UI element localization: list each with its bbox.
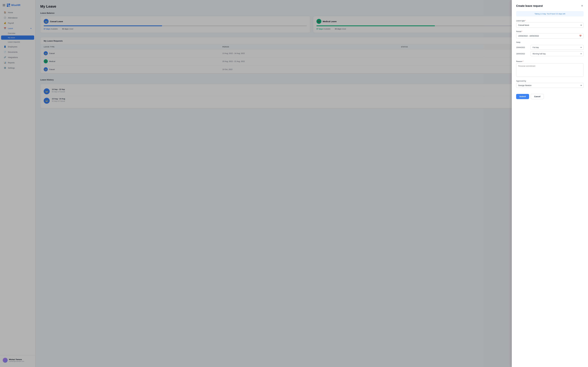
reason-label: Reason * bbox=[516, 60, 584, 62]
reason-textarea[interactable] bbox=[516, 63, 584, 77]
away-type-value-0: Full day bbox=[533, 46, 539, 48]
cancel-button[interactable]: Cancel bbox=[531, 94, 544, 99]
away-row-1: 16/04/2022 Morning half day ▾ bbox=[516, 51, 584, 56]
leave-type-label: Leave type * bbox=[516, 20, 584, 22]
away-row-0: 15/04/2022 Full day ▾ bbox=[516, 45, 584, 50]
approved-by-select[interactable]: George Newton ▾ bbox=[516, 83, 584, 88]
chevron-down-icon-approved: ▾ bbox=[581, 84, 582, 86]
period-input[interactable]: 15/04/2022 - 16/04/2022 📅 bbox=[516, 33, 584, 38]
away-date-0: 15/04/2022 bbox=[516, 46, 528, 48]
info-banner: Taking 1.5 day. You'll have 5.5 days lef… bbox=[516, 11, 584, 17]
approved-by-value: George Newton bbox=[518, 84, 532, 86]
away-type-select-0[interactable]: Full day ▾ bbox=[531, 45, 584, 50]
leave-type-group: Leave type * Casual leave ▾ bbox=[516, 20, 584, 28]
away-type-select-1[interactable]: Morning half day ▾ bbox=[531, 51, 584, 56]
leave-type-select[interactable]: Casual leave ▾ bbox=[516, 23, 584, 28]
away-title: Away bbox=[516, 41, 584, 43]
period-value: 15/04/2022 - 16/04/2022 bbox=[518, 35, 539, 37]
drawer-footer: Submit Cancel bbox=[516, 94, 584, 99]
required-star-reason: * bbox=[523, 60, 523, 62]
modal-overlay[interactable] bbox=[0, 0, 588, 367]
approved-by-label: Approved by bbox=[516, 80, 584, 82]
chevron-down-icon: ▾ bbox=[581, 24, 582, 26]
submit-button[interactable]: Submit bbox=[516, 94, 529, 99]
close-button[interactable]: ✕ bbox=[580, 4, 584, 8]
period-group: Period * 15/04/2022 - 16/04/2022 📅 bbox=[516, 30, 584, 38]
period-label: Period * bbox=[516, 30, 584, 33]
drawer-header: Create leave request ✕ bbox=[516, 4, 584, 8]
reason-group: Reason * bbox=[516, 60, 584, 77]
chevron-down-icon-away-1: ▾ bbox=[581, 53, 582, 55]
required-star: * bbox=[525, 20, 526, 22]
required-star-period: * bbox=[522, 30, 522, 33]
away-date-1: 16/04/2022 bbox=[516, 53, 528, 55]
chevron-down-icon-away-0: ▾ bbox=[581, 46, 582, 48]
drawer-title: Create leave request bbox=[516, 4, 543, 8]
leave-type-value: Casual leave bbox=[518, 24, 529, 26]
away-section: Away 15/04/2022 Full day ▾ 16/04/2022 Mo… bbox=[516, 41, 584, 58]
away-type-value-1: Morning half day bbox=[533, 53, 546, 55]
calendar-icon: 📅 bbox=[579, 35, 582, 37]
create-leave-drawer: Create leave request ✕ Taking 1.5 day. Y… bbox=[512, 0, 588, 367]
approved-by-group: Approved by George Newton ▾ bbox=[516, 80, 584, 88]
